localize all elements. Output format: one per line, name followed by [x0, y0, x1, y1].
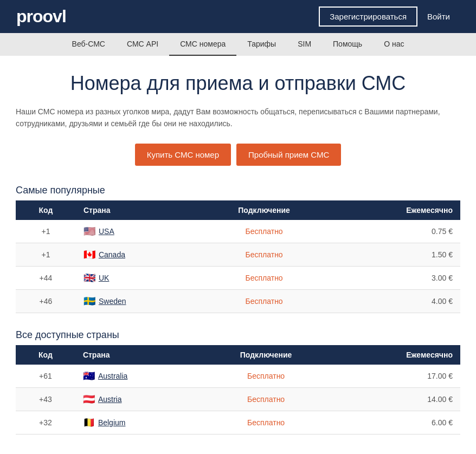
cta-buttons: Купить СМС номер Пробный прием СМС — [16, 144, 460, 166]
flag-icon: 🇦🇹 — [83, 393, 95, 405]
col-header-code: Код — [16, 200, 76, 220]
country-link[interactable]: Canada — [99, 250, 125, 259]
flag-icon: 🇸🇪 — [83, 295, 95, 307]
table-row: +32 🇧🇪 Belgium Бесплатно 6.00 € — [16, 411, 460, 434]
code-cell: +1 — [16, 220, 76, 243]
main-nav: Веб-СМС СМС API СМС номера Тарифы SIM По… — [0, 33, 476, 56]
country-link[interactable]: UK — [99, 274, 109, 282]
country-link[interactable]: Austria — [98, 395, 122, 404]
col-header-monthly: Ежемесячно — [333, 200, 460, 220]
flag-icon: 🇧🇪 — [83, 417, 95, 429]
flag-icon: 🇺🇸 — [83, 225, 95, 237]
free-label: Бесплатно — [247, 418, 285, 427]
free-label: Бесплатно — [246, 297, 283, 306]
header-buttons: Зарегистрироваться Войти — [319, 7, 460, 27]
table-row: +44 🇬🇧 UK Бесплатно 3.00 € — [16, 266, 460, 289]
logo: proovl — [16, 7, 66, 27]
flag-icon: 🇦🇺 — [83, 370, 95, 382]
code-cell: +61 — [16, 365, 75, 388]
col-header-code2: Код — [16, 345, 75, 365]
nav-item-web-sms[interactable]: Веб-СМС — [61, 33, 116, 56]
free-label: Бесплатно — [247, 395, 285, 404]
country-cell: 🇨🇦 Canada — [76, 243, 195, 266]
popular-table-header-row: Код Страна Подключение Ежемесячно — [16, 200, 460, 220]
all-countries-table: Код Страна Подключение Ежемесячно +61 🇦🇺… — [16, 345, 460, 434]
nav-item-sms-numbers[interactable]: СМС номера — [169, 33, 236, 56]
register-button[interactable]: Зарегистрироваться — [319, 7, 417, 27]
all-table-header-row: Код Страна Подключение Ежемесячно — [16, 345, 460, 365]
flag-icon: 🇨🇦 — [83, 249, 95, 261]
monthly-cell: 3.00 € — [333, 266, 460, 289]
code-cell: +1 — [16, 243, 76, 266]
col-header-connection2: Подключение — [197, 345, 334, 365]
free-label: Бесплатно — [246, 274, 283, 282]
code-cell: +46 — [16, 289, 76, 313]
country-link[interactable]: Sweden — [99, 297, 126, 306]
connection-cell: Бесплатно — [197, 411, 334, 434]
col-header-country: Страна — [76, 200, 195, 220]
col-header-connection: Подключение — [195, 200, 333, 220]
country-cell: 🇬🇧 UK — [76, 266, 195, 289]
table-row: +46 🇸🇪 Sweden Бесплатно 4.00 € — [16, 289, 460, 313]
country-cell: 🇺🇸 USA — [76, 220, 195, 243]
popular-section-title: Самые популярные — [16, 185, 460, 196]
country-cell: 🇧🇪 Belgium — [75, 411, 198, 434]
monthly-cell: 0.75 € — [333, 220, 460, 243]
nav-item-help[interactable]: Помощь — [322, 33, 373, 56]
connection-cell: Бесплатно — [195, 243, 333, 266]
login-button[interactable]: Войти — [417, 7, 460, 27]
country-cell: 🇦🇹 Austria — [75, 387, 198, 411]
country-link[interactable]: Belgium — [98, 418, 126, 427]
main-content: Номера для приема и отправки СМС Наши СМ… — [5, 56, 471, 454]
nav-item-sim[interactable]: SIM — [287, 33, 322, 56]
flag-icon: 🇬🇧 — [83, 272, 95, 284]
buy-sms-button[interactable]: Купить СМС номер — [135, 144, 231, 166]
all-countries-section-title: Все доступные страны — [16, 329, 460, 341]
header: proovl Зарегистрироваться Войти — [0, 0, 476, 33]
monthly-cell: 4.00 € — [333, 289, 460, 313]
free-label: Бесплатно — [247, 372, 285, 380]
table-row: +43 🇦🇹 Austria Бесплатно 14.00 € — [16, 387, 460, 411]
nav-item-about[interactable]: О нас — [373, 33, 415, 56]
country-cell: 🇦🇺 Australia — [75, 365, 198, 388]
connection-cell: Бесплатно — [195, 289, 333, 313]
trial-sms-button[interactable]: Пробный прием СМС — [236, 144, 341, 166]
page-description: Наши СМС номера из разных уголков мира, … — [16, 106, 460, 130]
connection-cell: Бесплатно — [195, 220, 333, 243]
country-link[interactable]: USA — [99, 227, 114, 236]
monthly-cell: 14.00 € — [335, 387, 460, 411]
connection-cell: Бесплатно — [197, 365, 334, 388]
table-row: +1 🇨🇦 Canada Бесплатно 1.50 € — [16, 243, 460, 266]
page-title: Номера для приема и отправки СМС — [16, 72, 460, 95]
code-cell: +44 — [16, 266, 76, 289]
nav-item-tariffs[interactable]: Тарифы — [236, 33, 287, 56]
nav-item-sms-api[interactable]: СМС API — [116, 33, 169, 56]
monthly-cell: 1.50 € — [333, 243, 460, 266]
code-cell: +43 — [16, 387, 75, 411]
table-row: +61 🇦🇺 Australia Бесплатно 17.00 € — [16, 365, 460, 388]
col-header-monthly2: Ежемесячно — [335, 345, 460, 365]
popular-table: Код Страна Подключение Ежемесячно +1 🇺🇸 … — [16, 200, 460, 313]
free-label: Бесплатно — [246, 250, 283, 259]
country-cell: 🇸🇪 Sweden — [76, 289, 195, 313]
connection-cell: Бесплатно — [197, 387, 334, 411]
monthly-cell: 17.00 € — [335, 365, 460, 388]
col-header-country2: Страна — [75, 345, 198, 365]
monthly-cell: 6.00 € — [335, 411, 460, 434]
connection-cell: Бесплатно — [195, 266, 333, 289]
table-row: +1 🇺🇸 USA Бесплатно 0.75 € — [16, 220, 460, 243]
code-cell: +32 — [16, 411, 75, 434]
country-link[interactable]: Australia — [98, 372, 127, 380]
free-label: Бесплатно — [246, 227, 283, 236]
